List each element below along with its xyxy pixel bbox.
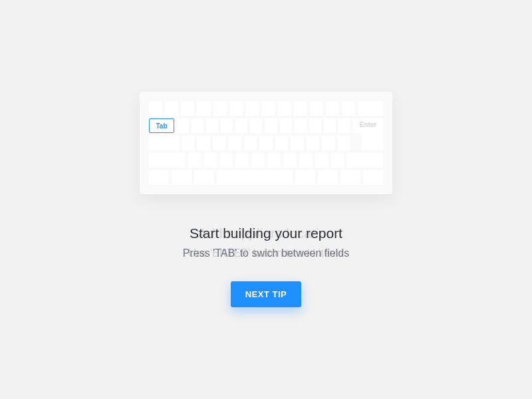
keyboard-key xyxy=(221,118,233,133)
keyboard-key xyxy=(291,136,303,150)
enter-label: Enter xyxy=(360,121,377,128)
keyboard-key xyxy=(295,118,307,133)
keyboard-key xyxy=(192,118,203,133)
keyboard-key xyxy=(204,153,217,168)
keyboard-key-mod xyxy=(318,170,338,185)
keyboard-key xyxy=(177,118,189,133)
keyboard-key xyxy=(197,136,209,150)
keyboard-key xyxy=(322,136,334,150)
keyboard-key xyxy=(149,101,162,116)
keyboard-key xyxy=(251,153,265,168)
keyboard-row-2: Tab Enter xyxy=(149,118,383,133)
keyboard-key xyxy=(315,153,328,168)
keyboard-key xyxy=(277,101,291,116)
keyboard-key xyxy=(181,101,194,116)
keyboard-row-4 xyxy=(149,153,383,168)
keyboard-key xyxy=(244,136,257,150)
keyboard-key-tab: Tab xyxy=(149,118,174,133)
keyboard-key-shift xyxy=(346,153,383,168)
keyboard-key xyxy=(197,101,210,116)
keyboard-key xyxy=(235,153,249,168)
keyboard-key-enter-body xyxy=(362,136,383,150)
keyboard-key xyxy=(250,118,262,133)
keyboard-row-5 xyxy=(149,170,383,185)
keyboard-key-shift xyxy=(149,153,186,168)
keyboard-key-enter: Enter xyxy=(353,118,383,133)
keyboard-key xyxy=(235,118,247,133)
keyboard-key xyxy=(310,101,323,116)
keyboard-key xyxy=(280,118,292,133)
keyboard-key xyxy=(228,136,241,150)
keyboard-key xyxy=(245,101,259,116)
keyboard-key xyxy=(213,101,227,116)
keyboard-key xyxy=(265,118,277,133)
keyboard-key xyxy=(307,136,319,150)
keyboard-key xyxy=(293,101,307,116)
keyboard-key xyxy=(261,101,275,116)
keyboard-key-mod xyxy=(295,170,315,185)
keyboard-key xyxy=(331,153,344,168)
keyboard-key xyxy=(220,153,233,168)
keyboard-key xyxy=(283,153,297,168)
tip-title: Start building your report xyxy=(190,225,342,241)
keyboard-key-backspace xyxy=(358,101,383,116)
next-tip-button[interactable]: NEXT TIP xyxy=(231,281,302,307)
keyboard-key-mod xyxy=(340,170,360,185)
tip-texts: Add suppliers location Start building yo… xyxy=(183,224,349,261)
keyboard-key xyxy=(182,136,194,150)
keyboard-key xyxy=(259,136,272,150)
keyboard-key xyxy=(338,136,350,150)
keyboard-key xyxy=(165,101,178,116)
keyboard-key-mod xyxy=(363,170,383,185)
keyboard-key xyxy=(188,153,201,168)
keyboard-row-3 xyxy=(149,136,383,150)
keyboard-key xyxy=(342,101,355,116)
keyboard-key xyxy=(299,153,313,168)
keyboard-key-mod xyxy=(194,170,214,185)
keyboard-key xyxy=(213,136,225,150)
keyboard-illustration: Tab Enter xyxy=(140,92,392,194)
keyboard-key-mod xyxy=(149,170,169,185)
keyboard-key-space xyxy=(217,170,293,185)
keyboard-key xyxy=(326,101,339,116)
keyboard-key-caps xyxy=(149,136,179,150)
keyboard-key xyxy=(267,153,281,168)
keyboard-key xyxy=(338,118,350,133)
keyboard-key xyxy=(206,118,218,133)
keyboard-key xyxy=(309,118,321,133)
tip-subtitle: Press 'TAB' to swich between fields xyxy=(183,247,349,259)
keyboard-key xyxy=(275,136,288,150)
keyboard-key-mod xyxy=(172,170,192,185)
keyboard-key xyxy=(324,118,336,133)
keyboard-key xyxy=(229,101,243,116)
keyboard-row-1 xyxy=(149,101,383,116)
